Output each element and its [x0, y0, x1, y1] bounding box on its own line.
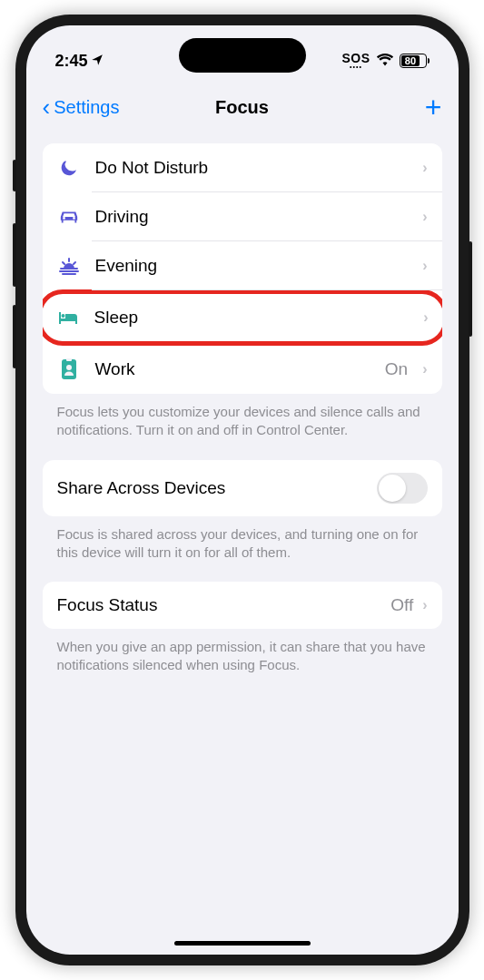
focus-mode-do-not-disturb[interactable]: Do Not Disturb › [43, 143, 442, 192]
dynamic-island [179, 38, 306, 73]
power-button [469, 241, 472, 337]
focus-mode-label: Evening [95, 256, 409, 276]
focus-mode-label: Do Not Disturb [95, 158, 409, 178]
focus-modes-list: Do Not Disturb › Driving › Evening [43, 143, 442, 394]
svg-point-1 [66, 365, 72, 370]
share-toggle[interactable] [377, 473, 428, 504]
share-across-devices-row[interactable]: Share Across Devices [43, 460, 442, 516]
phone-frame: 2:45 SOS •••• 80 [15, 15, 469, 965]
page-title: Focus [215, 97, 269, 118]
moon-icon [57, 156, 81, 180]
chevron-right-icon: › [423, 309, 428, 326]
location-icon [91, 54, 104, 69]
plus-icon: + [425, 91, 442, 123]
mute-switch [13, 160, 16, 191]
status-description: When you give an app permission, it can … [43, 629, 442, 695]
back-label: Settings [54, 97, 119, 118]
chevron-right-icon: › [422, 361, 427, 377]
add-button[interactable]: + [425, 93, 442, 122]
focus-description: Focus lets you customize your devices an… [43, 394, 442, 460]
battery-icon: 80 [400, 54, 430, 68]
highlight-annotation: Sleep › [43, 289, 442, 346]
home-indicator[interactable] [174, 941, 311, 946]
chevron-right-icon: › [422, 160, 427, 176]
focus-mode-driving[interactable]: Driving › [43, 192, 442, 241]
focus-status-group: Focus Status Off › [43, 582, 442, 629]
focus-mode-label: Driving [95, 207, 409, 227]
bed-icon [56, 306, 80, 329]
svg-rect-2 [66, 358, 72, 361]
focus-mode-label: Sleep [94, 308, 410, 328]
share-description: Focus is shared across your devices, and… [43, 516, 442, 583]
status-right: SOS •••• 80 [341, 52, 429, 71]
focus-status-value: Off [390, 595, 413, 615]
status-time: 2:45 [55, 52, 88, 71]
volume-up-button [13, 223, 16, 287]
wifi-icon [376, 52, 394, 71]
sos-indicator: SOS •••• [341, 52, 370, 70]
badge-icon [57, 358, 81, 381]
focus-mode-label: Work [95, 359, 370, 379]
share-group: Share Across Devices [43, 460, 442, 516]
focus-mode-evening[interactable]: Evening › [43, 241, 442, 290]
volume-down-button [13, 305, 16, 368]
focus-mode-sleep[interactable]: Sleep › [45, 294, 440, 341]
back-button[interactable]: ‹ Settings [43, 93, 120, 122]
chevron-right-icon: › [422, 209, 427, 225]
focus-mode-value: On [385, 359, 408, 379]
screen: 2:45 SOS •••• 80 [26, 25, 459, 955]
chevron-right-icon: › [422, 258, 427, 274]
car-icon [57, 205, 81, 229]
share-label: Share Across Devices [57, 478, 226, 498]
chevron-left-icon: ‹ [43, 93, 51, 122]
focus-status-row[interactable]: Focus Status Off › [43, 582, 442, 629]
nav-bar: ‹ Settings Focus + [26, 80, 459, 134]
chevron-right-icon: › [422, 597, 427, 613]
content: Do Not Disturb › Driving › Evening [26, 134, 459, 704]
focus-status-label: Focus Status [57, 595, 382, 615]
sunset-icon [57, 254, 81, 278]
toggle-knob [379, 475, 406, 502]
status-left: 2:45 [55, 52, 104, 71]
focus-mode-work[interactable]: Work On › [43, 345, 442, 394]
